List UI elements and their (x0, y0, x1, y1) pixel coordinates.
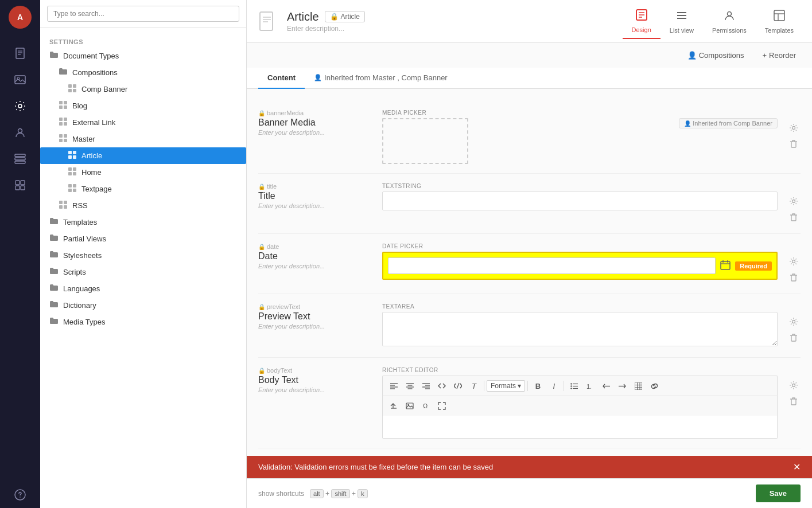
field-gear-btn-date[interactable] (787, 255, 801, 268)
richtext-image-insert-btn[interactable] (402, 398, 417, 413)
richtext-align-right-btn[interactable] (418, 378, 433, 393)
field-gear-btn-title[interactable] (787, 194, 801, 208)
field-gear-btn-body-text[interactable] (787, 378, 801, 392)
bottom-bar: show shortcuts alt + shift + k Save (247, 478, 812, 508)
sidebar-item-home[interactable]: Home (40, 164, 246, 181)
save-button[interactable]: Save (756, 484, 801, 502)
required-badge-date: Required (735, 261, 772, 271)
sidebar-item-external-link[interactable]: External Link (40, 114, 246, 131)
richtext-special-char-btn[interactable]: Ω (418, 398, 433, 413)
sidebar-item-blog[interactable]: Blog (40, 97, 246, 114)
field-alias-body-text: 🔒 bodyText (258, 367, 373, 374)
svg-rect-31 (59, 139, 63, 142)
field-label-body-text: 🔒 bodyTextBody TextEnter your descriptio… (258, 367, 373, 393)
action-btn-templates[interactable]: Templates (756, 5, 803, 38)
sidebar-item-languages[interactable]: Languages (40, 280, 246, 297)
field-gear-btn-preview-text[interactable] (787, 315, 801, 329)
richtext-t-btn[interactable]: T (467, 378, 481, 393)
sidebar-item-settings[interactable] (0, 93, 40, 119)
media-picker-banner-media[interactable] (382, 118, 468, 164)
action-icon-templates (773, 9, 786, 25)
sidebar-item-stylesheets[interactable]: Stylesheets (40, 247, 246, 264)
top-header: Article 🔒 Article Enter description... D… (247, 0, 812, 43)
compositions-btn[interactable]: 👤 Compositions (683, 49, 749, 62)
sidebar-item-pages[interactable] (0, 40, 40, 67)
field-trash-btn-title[interactable] (787, 210, 801, 224)
richtext-formats-btn[interactable]: Formats ▾ (487, 380, 525, 392)
tab-content[interactable]: Content (258, 68, 305, 89)
reorder-btn[interactable]: + Reorder (757, 49, 801, 62)
field-trash-btn-body-text[interactable] (787, 394, 801, 408)
action-btn-permissions[interactable]: Permissions (703, 5, 756, 38)
svg-rect-39 (68, 172, 72, 175)
sidebar-item-media[interactable] (0, 67, 40, 93)
tree-label-comp-banner: Comp Banner (81, 85, 127, 93)
sidebar-item-scripts[interactable]: Scripts (40, 264, 246, 280)
sidebar-item-packages[interactable] (0, 172, 40, 198)
field-trash-btn-banner-media[interactable] (787, 137, 801, 151)
richtext-media-embed-btn[interactable] (386, 398, 401, 413)
sidebar-item-master[interactable]: Master (40, 131, 246, 147)
svg-rect-94 (635, 382, 642, 390)
sidebar-item-dictionary[interactable]: Dictionary (40, 297, 246, 314)
richtext-ol-btn[interactable]: 1. (582, 378, 597, 393)
tab-inherited[interactable]: 👤 Inherited from Master , Comp Banner (305, 68, 457, 89)
sidebar-item-users[interactable] (0, 119, 40, 146)
sidebar-tree: Document TypesCompositionsComp BannerBlo… (40, 48, 246, 330)
sidebar-item-templates[interactable]: Templates (40, 214, 246, 230)
field-lock-icon-date: 🔒 (258, 244, 265, 250)
svg-point-64 (792, 127, 795, 130)
tree-icon-external-link (59, 117, 68, 128)
svg-rect-35 (68, 155, 72, 159)
action-label-permissions: Permissions (712, 27, 747, 34)
calendar-icon-date[interactable] (720, 260, 731, 272)
avatar[interactable]: A (9, 6, 32, 29)
richtext-indent-btn[interactable] (615, 378, 630, 393)
richtext-fullscreen-btn[interactable] (434, 398, 449, 413)
field-gear-btn-banner-media[interactable] (787, 121, 801, 135)
badge-text: Article (341, 13, 360, 21)
tree-label-home: Home (81, 168, 102, 177)
sidebar-item-textpage[interactable]: Textpage (40, 181, 246, 197)
richtext-area-body-text[interactable] (382, 416, 778, 439)
sidebar-item-doc-types[interactable]: Document Types (40, 48, 246, 64)
sidebar-item-partial-views[interactable]: Partial Views (40, 230, 246, 247)
action-icon-list-view (675, 9, 688, 25)
svg-rect-10 (15, 161, 25, 163)
richtext-table-btn[interactable] (631, 378, 646, 393)
svg-rect-11 (15, 181, 20, 185)
field-trash-btn-date[interactable] (787, 271, 801, 284)
svg-rect-20 (73, 89, 76, 92)
content-tabs: Content👤 Inherited from Master , Comp Ba… (247, 68, 812, 89)
svg-point-89 (570, 388, 572, 389)
textarea-input-preview-text[interactable] (382, 312, 778, 346)
richtext-code2-btn[interactable] (450, 378, 465, 393)
sidebar-item-rss[interactable]: RSS (40, 197, 246, 214)
text-input-title[interactable] (382, 192, 778, 210)
tree-label-external-link: External Link (72, 118, 115, 127)
action-btn-list-view[interactable]: List view (661, 5, 703, 38)
richtext-bold-btn[interactable]: B (530, 378, 545, 393)
richtext-outdent-btn[interactable] (599, 378, 613, 393)
svg-rect-14 (21, 186, 25, 190)
richtext-ul-btn[interactable] (566, 378, 581, 393)
action-btn-design[interactable]: Design (623, 4, 661, 39)
sidebar-item-compositions[interactable]: Compositions (40, 64, 246, 81)
sidebar-item-comp-banner[interactable]: Comp Banner (40, 81, 246, 97)
richtext-link-btn[interactable] (647, 378, 662, 393)
richtext-align-left-btn[interactable] (386, 378, 401, 393)
sidebar-item-content[interactable] (0, 146, 40, 172)
sidebar-item-article[interactable]: Article (40, 147, 246, 164)
tree-icon-dictionary (49, 300, 59, 311)
svg-rect-34 (73, 151, 76, 154)
date-input-date[interactable] (388, 257, 716, 274)
richtext-align-center-btn[interactable] (402, 378, 417, 393)
richtext-italic-btn[interactable]: I (546, 378, 561, 393)
tree-label-templates: Templates (63, 218, 97, 226)
help-icon[interactable] (0, 482, 40, 508)
sidebar-item-media-types[interactable]: Media Types (40, 314, 246, 330)
field-trash-btn-preview-text[interactable] (787, 331, 801, 345)
richtext-code1-btn[interactable] (434, 378, 449, 393)
validation-close-btn[interactable]: ✕ (793, 462, 801, 472)
search-input[interactable] (47, 6, 239, 22)
